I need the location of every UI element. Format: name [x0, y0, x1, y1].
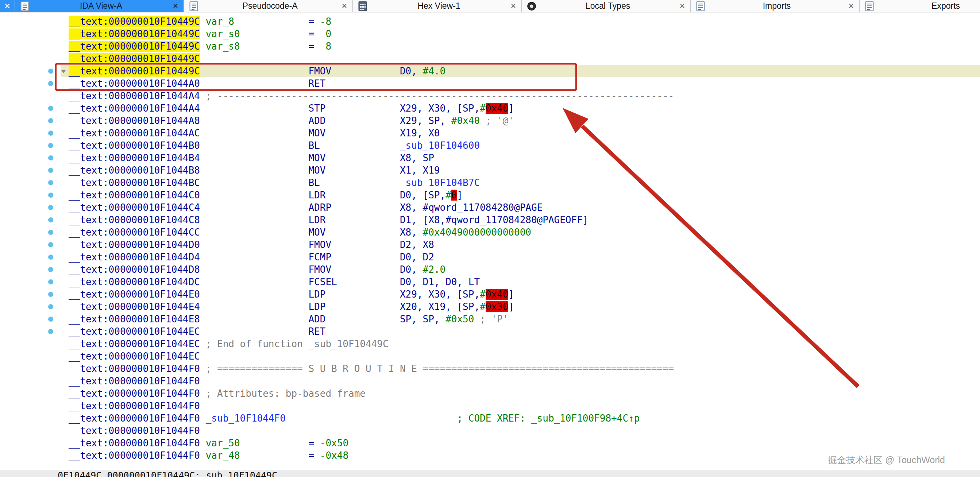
address: __text:000000010F1044EC	[68, 351, 200, 362]
comment: ; --------------------------------------…	[206, 91, 674, 102]
collapse-arrow-icon[interactable]	[61, 70, 66, 73]
pad	[331, 202, 400, 213]
asm-line[interactable]: __text:000000010F1044D0 FMOV D2, X8	[60, 238, 980, 251]
instruction-dot	[48, 130, 53, 136]
asm-line[interactable]: __text:000000010F1044EC ; End of functio…	[60, 338, 980, 350]
disassembly-listing[interactable]: __text:000000010F10449C var_8 = -8__text…	[0, 13, 980, 462]
pad	[325, 301, 400, 312]
asm-line[interactable]: __text:000000010F1044F0 ; Attributes: bp…	[60, 387, 980, 400]
tab-pseudocode-a[interactable]: Pseudocode-A✕	[184, 0, 353, 12]
pad	[240, 437, 309, 448]
asm-line[interactable]: __text:000000010F1044F0 var_50 = -0x50	[60, 437, 980, 449]
asm-line[interactable]: __text:000000010F1044B4 MOV X8, SP	[60, 152, 980, 164]
asm-line[interactable]: __text:000000010F1044CC MOV X8, #0x40490…	[60, 226, 980, 238]
operand: #2.0	[423, 264, 446, 275]
pad	[200, 177, 308, 188]
pad	[240, 29, 309, 40]
operand: #0x40	[451, 115, 480, 126]
exports-icon	[865, 1, 874, 11]
asm-line[interactable]: __text:000000010F1044E4 LDP X20, X19, [S…	[60, 301, 980, 313]
mnemonic: MOV	[308, 165, 325, 176]
mnemonic: LDR	[308, 190, 325, 200]
tab-hex-view-1[interactable]: Hex View-1✕	[353, 0, 522, 12]
function-label[interactable]: _sub_10F1044F0	[206, 413, 286, 424]
asm-line[interactable]: __text:000000010F1044F0	[60, 400, 980, 412]
operand: 0x40	[485, 103, 509, 114]
pad	[200, 450, 206, 461]
asm-line[interactable]: __text:000000010F10449C	[60, 52, 980, 65]
asm-line[interactable]: __text:000000010F1044C8 LDR D1, [X8,#qwo…	[60, 214, 980, 226]
asm-line[interactable]: __text:000000010F1044EC RET	[60, 325, 980, 338]
asm-line[interactable]: __text:000000010F1044C0 LDR D0, [SP,#0]	[60, 189, 980, 201]
ida-window: ✕ IDA View-A✕Pseudocode-A✕Hex View-1✕Loc…	[0, 0, 980, 477]
address: __text:000000010F1044F0	[68, 375, 200, 386]
pad	[325, 153, 400, 164]
pad	[240, 41, 309, 52]
address: __text:000000010F1044D8	[68, 264, 200, 275]
asm-line[interactable]: __text:000000010F10449C FMOV D0, #4.0	[60, 65, 980, 77]
instruction-dot	[48, 168, 53, 173]
asm-line[interactable]: __text:000000010F1044B0 BL _sub_10F10460…	[60, 139, 980, 152]
address: __text:000000010F1044A0	[68, 78, 200, 89]
instruction-dot	[48, 254, 53, 260]
tab-close-icon[interactable]: ✕	[679, 2, 685, 10]
tab-close-icon[interactable]: ✕	[173, 2, 178, 10]
pad	[200, 289, 308, 300]
tab-local-types[interactable]: Local Types✕	[522, 0, 690, 12]
pad	[200, 437, 206, 448]
asm-line[interactable]: __text:000000010F1044B8 MOV X1, X19	[60, 164, 980, 176]
tab-ida-view-a[interactable]: IDA View-A✕	[15, 0, 184, 12]
asm-line[interactable]: __text:000000010F1044A8 ADD X29, SP, #0x…	[60, 114, 980, 127]
operand: #0x4049000000000000	[423, 227, 531, 238]
asm-line[interactable]: __text:000000010F1044DC FCSEL D0, D1, D0…	[60, 276, 980, 288]
asm-line[interactable]: __text:000000010F1044F0 ; ==============…	[60, 363, 980, 375]
asm-line[interactable]: __text:000000010F1044A0 RET	[60, 77, 980, 90]
tab-imports[interactable]: Imports✕	[690, 0, 860, 12]
tab-exports[interactable]: Exports✕	[860, 0, 980, 12]
operand: X1, X19	[400, 165, 440, 176]
tab-close-icon[interactable]: ✕	[511, 2, 516, 10]
pad	[325, 190, 400, 200]
tab-close-icon[interactable]: ✕	[342, 2, 347, 10]
asm-line[interactable]: __text:000000010F1044E0 LDP X29, X30, [S…	[60, 288, 980, 301]
asm-line[interactable]: __text:000000010F1044AC MOV X19, X0	[60, 127, 980, 139]
asm-line[interactable]: __text:000000010F10449C var_8 = -8	[60, 15, 980, 28]
address: __text:000000010F10449C	[68, 66, 200, 76]
address: __text:000000010F1044F0	[68, 437, 200, 448]
instruction-dot	[48, 267, 53, 272]
close-button[interactable]: ✕	[0, 0, 15, 12]
asm-line[interactable]: __text:000000010F1044C4 ADRP X8, #qword_…	[60, 201, 980, 214]
pad	[337, 277, 400, 287]
asm-line[interactable]: __text:000000010F1044E8 ADD SP, SP, #0x5…	[60, 313, 980, 325]
asm-line[interactable]: __text:000000010F1044A4 STP X29, X30, [S…	[60, 102, 980, 114]
operand: D2, X8	[400, 239, 434, 250]
address: __text:000000010F1044E0	[68, 289, 200, 300]
operand: ]	[508, 301, 514, 312]
tab-label: Pseudocode-A	[202, 1, 338, 11]
pad	[200, 215, 308, 225]
asm-line[interactable]: __text:000000010F1044D4 FCMP D0, D2	[60, 251, 980, 263]
operand: X29, X30, [SP,	[400, 289, 480, 300]
address: __text:000000010F1044F0	[68, 401, 200, 411]
operand: #	[480, 289, 485, 300]
pad	[200, 313, 308, 324]
asm-line[interactable]: __text:000000010F1044F0	[60, 375, 980, 387]
mnemonic: MOV	[308, 227, 325, 238]
function-ref[interactable]: _sub_10F104600	[400, 140, 480, 151]
asm-line[interactable]: __text:000000010F1044A4 ; --------------…	[60, 90, 980, 102]
tab-close-icon[interactable]: ✕	[848, 2, 854, 10]
asm-line[interactable]: __text:000000010F1044F0	[60, 425, 980, 437]
pad	[200, 153, 308, 164]
asm-line[interactable]: __text:000000010F1044F0 _sub_10F1044F0 ;…	[60, 412, 980, 425]
asm-line[interactable]: __text:000000010F1044D8 FMOV D0, #2.0	[60, 263, 980, 276]
mnemonic: LDR	[308, 215, 325, 225]
asm-line[interactable]: __text:000000010F10449C var_s8 = 8	[60, 40, 980, 52]
asm-line[interactable]: __text:000000010F1044EC	[60, 350, 980, 363]
instruction-dot	[48, 106, 53, 111]
function-ref[interactable]: _sub_10F104B7C	[400, 177, 480, 188]
operand: #0x50	[445, 313, 474, 324]
asm-line[interactable]: __text:000000010F1044BC BL _sub_10F104B7…	[60, 176, 980, 189]
asm-line[interactable]: __text:000000010F10449C var_s0 = 0	[60, 28, 980, 40]
address: __text:000000010F1044A8	[68, 115, 200, 126]
mnemonic: MOV	[308, 153, 325, 164]
